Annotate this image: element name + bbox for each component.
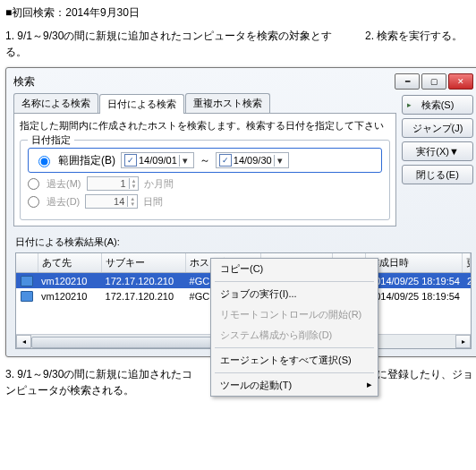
past-months-value — [88, 177, 129, 190]
chevron-down-icon: ▾ — [274, 155, 285, 167]
date-from-value: 14/09/01 — [139, 155, 177, 166]
past-months-radio[interactable] — [28, 178, 39, 190]
chevron-down-icon: ▾ — [179, 155, 191, 167]
date-legend: 日付指定 — [28, 133, 74, 147]
spin-down-icon: ▼ — [128, 201, 137, 207]
range-label: 範囲指定(B) — [58, 153, 115, 168]
minimize-button[interactable]: ━ — [395, 73, 420, 90]
scroll-left-icon[interactable]: ◂ — [16, 335, 31, 348]
past-days-value — [86, 195, 127, 208]
menu-select-all-agents[interactable]: エージェントをすべて選択(S) — [211, 350, 378, 371]
host-icon — [21, 276, 33, 286]
tab-date-search[interactable]: 日付による検索 — [99, 94, 184, 114]
past-months-label: 過去(M) — [47, 177, 81, 191]
tab-duplicate-host[interactable]: 重複ホスト検索 — [185, 93, 270, 113]
date-from-picker[interactable]: ✓ 14/09/01 ▾ — [121, 152, 194, 168]
date-to-picker[interactable]: ✓ 14/09/30 ▾ — [216, 152, 289, 168]
jump-button[interactable]: ジャンプ(J) — [402, 118, 473, 138]
tab-instruction: 指定した期間内に作成されたホストを検索します。検索する日付を指定して下さい — [20, 119, 390, 132]
menu-copy[interactable]: コピー(C) — [211, 259, 378, 279]
callout-1: 1. 9/1～9/30の間に新規に追加されたコンピュータを検索の対象とする。 — [5, 28, 347, 60]
date-from-check-icon: ✓ — [124, 154, 137, 167]
results-label: 日付による検索結果(A): — [15, 235, 472, 249]
menu-run-job[interactable]: ジョブの実行(I)... — [211, 284, 378, 304]
run-button[interactable]: 実行(X)▼ — [402, 141, 473, 161]
past-months-unit: か月間 — [144, 177, 174, 191]
callout-3: 3. 9/1～9/30の間に新規に追加されたコンピュータが検索される。 — [5, 366, 193, 398]
range-tilde: ～ — [200, 153, 210, 168]
scroll-right-icon[interactable]: ▸ — [455, 335, 471, 348]
col-updated[interactable]: 更新日時 — [463, 253, 471, 272]
window-title: 検索 — [13, 74, 395, 90]
date-to-check-icon: ✓ — [219, 154, 232, 167]
search-tabs: 名称による検索 日付による検索 重複ホスト検索 — [13, 93, 396, 114]
page-heading: ■初回検索：2014年9月30日 — [5, 5, 476, 21]
col-created[interactable]: 作成日時 — [366, 253, 463, 272]
menu-remote-control: リモートコントロールの開始(R) — [211, 304, 378, 325]
tab-name-search[interactable]: 名称による検索 — [13, 93, 98, 113]
close-button[interactable]: 閉じる(E) — [402, 165, 473, 184]
date-fieldset: 日付指定 範囲指定(B) ✓ 14/09/01 ▾ ～ ✓ 14/09/30 — [20, 140, 390, 220]
maximize-button[interactable]: ▢ — [421, 73, 446, 90]
date-to-value: 14/09/30 — [234, 155, 272, 166]
col-dest[interactable]: あて先 — [38, 253, 102, 272]
past-days-unit: 日間 — [143, 195, 163, 209]
past-months-spinner[interactable]: ▲▼ — [87, 176, 140, 191]
search-button[interactable]: 検索(S) — [402, 95, 473, 115]
menu-delete-from-system: システム構成から削除(D) — [211, 325, 378, 346]
close-window-button[interactable]: ✕ — [448, 73, 473, 90]
past-days-spinner[interactable]: ▲▼ — [85, 194, 138, 209]
past-days-label: 過去(D) — [47, 195, 80, 209]
range-row: 範囲指定(B) ✓ 14/09/01 ▾ ～ ✓ 14/09/30 ▾ — [28, 148, 382, 173]
range-radio[interactable] — [38, 156, 50, 167]
col-subkey[interactable]: サブキー — [102, 253, 185, 272]
context-menu: コピー(C) ジョブの実行(I)... リモートコントロールの開始(R) システ… — [210, 258, 378, 397]
host-icon — [21, 291, 33, 302]
callout-2: 2. 検索を実行する。 — [365, 28, 476, 60]
spin-down-icon: ▼ — [130, 184, 139, 189]
search-window: 検索 ━ ▢ ✕ 名称による検索 日付による検索 重複ホスト検索 指定した期間内… — [5, 67, 476, 357]
past-days-radio[interactable] — [28, 196, 39, 208]
menu-launch-tool[interactable]: ツールの起動(T) — [211, 375, 378, 396]
